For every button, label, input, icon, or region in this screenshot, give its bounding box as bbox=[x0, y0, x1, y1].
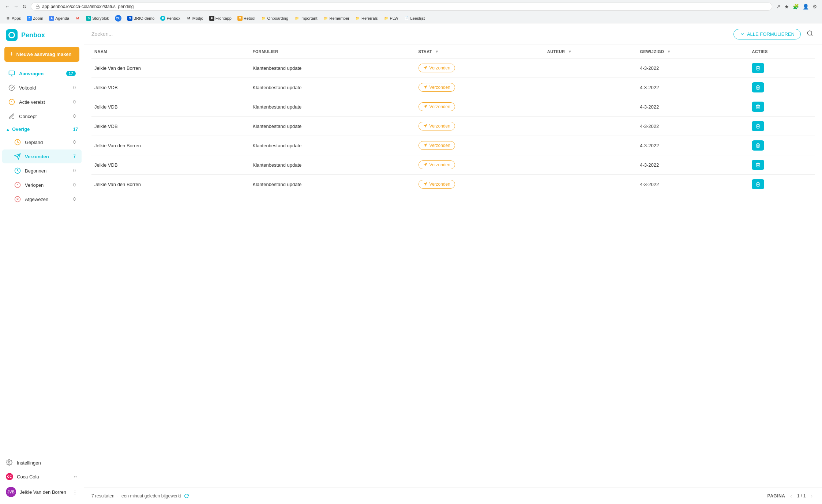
back-button[interactable]: ← bbox=[4, 3, 11, 11]
bookmark-frontapp[interactable]: F Frontapp bbox=[207, 15, 233, 22]
bookmark-agenda[interactable]: A Agenda bbox=[47, 15, 71, 22]
search-input[interactable] bbox=[91, 30, 729, 38]
table-row[interactable]: Jelkie VDB Klantenbestand update Verzond… bbox=[91, 117, 815, 136]
results-info: 7 resultaten · een minuut geleden bijgew… bbox=[91, 493, 189, 499]
status-badge[interactable]: Verzonden bbox=[418, 64, 455, 72]
bookmark-plw[interactable]: 📁 PLW bbox=[382, 15, 400, 22]
afgewezen-count: 0 bbox=[73, 197, 76, 202]
bookmark-penbox[interactable]: P Penbox bbox=[158, 15, 182, 22]
bookmark-storyblok[interactable]: S Storyblok bbox=[84, 15, 111, 22]
address-bar[interactable]: app.penbox.io/coca-cola/inbox?status=pen… bbox=[31, 3, 772, 11]
bookmark-onboarding[interactable]: 📁 Onboarding bbox=[259, 15, 290, 22]
send-icon bbox=[423, 163, 427, 167]
status-badge[interactable]: Verzonden bbox=[418, 160, 455, 169]
sidebar-group-overige[interactable]: ▲ Overige 17 bbox=[0, 124, 84, 135]
table-row[interactable]: Jelkie VDB Klantenbestand update Verzond… bbox=[91, 78, 815, 97]
bookmark-gmail[interactable]: M bbox=[73, 15, 82, 22]
frontapp-icon: F bbox=[209, 16, 214, 21]
action-button[interactable] bbox=[752, 121, 764, 131]
forward-button[interactable]: → bbox=[12, 3, 20, 11]
action-button[interactable] bbox=[752, 102, 764, 112]
sidebar-item-verlopen[interactable]: Verlopen 0 bbox=[2, 178, 82, 192]
afgewezen-icon bbox=[14, 196, 21, 203]
table-row[interactable]: Jelkie Van den Borren Klantenbestand upd… bbox=[91, 136, 815, 155]
bookmark-zoom[interactable]: Z Zoom bbox=[25, 15, 45, 22]
col-formulier[interactable]: FORMULIER bbox=[250, 45, 416, 58]
sidebar-item-gepland[interactable]: Gepland 0 bbox=[2, 135, 82, 149]
settings-chrome-button[interactable]: ⚙ bbox=[811, 3, 818, 11]
search-submit-button[interactable] bbox=[805, 29, 815, 39]
sidebar-item-verzonden[interactable]: Verzonden 7 bbox=[2, 149, 82, 163]
bookmark-leeslijst[interactable]: 📄 Leeslijst bbox=[402, 15, 427, 22]
zoom-icon: Z bbox=[27, 16, 32, 21]
sidebar-item-afgewezen[interactable]: Afgewezen 0 bbox=[2, 192, 82, 206]
sidebar-settings[interactable]: Instellingen bbox=[0, 456, 84, 470]
cell-gewijzigd: 4-3-2022 bbox=[637, 97, 749, 117]
sidebar-item-actie-vereist[interactable]: Actie vereist 0 bbox=[2, 95, 82, 109]
col-auteur[interactable]: AUTEUR ▼ bbox=[544, 45, 637, 58]
action-button[interactable] bbox=[752, 140, 764, 151]
share-button[interactable]: ↗ bbox=[775, 3, 782, 11]
verzonden-icon bbox=[14, 153, 21, 160]
extensions-button[interactable]: 🧩 bbox=[792, 3, 800, 11]
sidebar-item-aanvragen[interactable]: Aanvragen 17 bbox=[2, 67, 82, 80]
new-request-button[interactable]: + Nieuwe aanvraag maken bbox=[4, 47, 79, 62]
sidebar-item-voltooid[interactable]: Voltooid 0 bbox=[2, 81, 82, 95]
send-icon bbox=[423, 85, 427, 90]
reload-button[interactable]: ↻ bbox=[21, 3, 28, 11]
bookmark-cu[interactable]: CU bbox=[113, 14, 123, 22]
col-naam[interactable]: NAAM bbox=[91, 45, 250, 58]
aanvragen-badge: 17 bbox=[66, 71, 76, 76]
bookmark-button[interactable]: ★ bbox=[783, 3, 790, 11]
action-button[interactable] bbox=[752, 63, 764, 73]
overige-count: 17 bbox=[73, 127, 78, 132]
bookmark-modjo-label: Modjo bbox=[192, 16, 203, 20]
table-row[interactable]: Jelkie Van den Borren Klantenbestand upd… bbox=[91, 175, 815, 194]
user-menu-icon: ⋮ bbox=[72, 489, 78, 496]
voltooid-count: 0 bbox=[73, 85, 76, 90]
verlopen-icon bbox=[14, 181, 21, 189]
cell-staat: Verzonden bbox=[416, 78, 544, 97]
bookmark-brio[interactable]: B BRIO demo bbox=[125, 15, 156, 22]
table-row[interactable]: Jelkie Van den Borren Klantenbestand upd… bbox=[91, 58, 815, 78]
all-forms-button[interactable]: ALLE FORMULIEREN bbox=[733, 29, 801, 39]
send-icon bbox=[423, 182, 427, 187]
remember-folder-icon: 📁 bbox=[323, 16, 329, 21]
bookmark-retool[interactable]: R Retool bbox=[236, 15, 257, 22]
action-button[interactable] bbox=[752, 179, 764, 189]
col-gewijzigd[interactable]: GEWIJZIGD ▼ bbox=[637, 45, 749, 58]
brio-icon: B bbox=[127, 16, 132, 21]
status-badge[interactable]: Verzonden bbox=[418, 180, 455, 189]
sidebar-workspace[interactable]: CC Coca Cola ↔ bbox=[0, 470, 84, 484]
sidebar-item-begonnen[interactable]: Begonnen 0 bbox=[2, 164, 82, 178]
bookmark-modjo[interactable]: M Modjo bbox=[184, 15, 205, 22]
bookmark-apps[interactable]: ⊞ Apps bbox=[4, 15, 23, 22]
sidebar-item-concept[interactable]: Concept 0 bbox=[2, 109, 82, 123]
agenda-icon: A bbox=[49, 16, 54, 21]
status-badge[interactable]: Verzonden bbox=[418, 122, 455, 130]
status-badge[interactable]: Verzonden bbox=[418, 141, 455, 150]
profile-button[interactable]: 👤 bbox=[802, 3, 810, 11]
svg-marker-23 bbox=[423, 105, 427, 108]
action-button[interactable] bbox=[752, 82, 764, 92]
table-row[interactable]: Jelkie VDB Klantenbestand update Verzond… bbox=[91, 97, 815, 117]
refresh-icon[interactable] bbox=[184, 493, 189, 499]
bookmark-referrals[interactable]: 📁 Referrals bbox=[353, 15, 380, 22]
svg-line-17 bbox=[811, 34, 812, 35]
page-info: 1 / 1 bbox=[797, 493, 806, 499]
sidebar-user[interactable]: JVB Jelkie Van den Borren ⋮ bbox=[0, 484, 84, 500]
status-badge[interactable]: Verzonden bbox=[418, 102, 455, 111]
bookmark-remember-label: Remember bbox=[330, 16, 349, 20]
next-page-button[interactable]: › bbox=[808, 492, 815, 500]
svg-rect-1 bbox=[9, 71, 15, 75]
bookmark-remember[interactable]: 📁 Remember bbox=[322, 15, 351, 22]
col-staat[interactable]: STAAT ▼ bbox=[416, 45, 544, 58]
action-button[interactable] bbox=[752, 160, 764, 170]
prev-page-button[interactable]: ‹ bbox=[788, 492, 794, 500]
browser-chrome: ← → ↻ app.penbox.io/coca-cola/inbox?stat… bbox=[0, 0, 822, 13]
status-badge[interactable]: Verzonden bbox=[418, 83, 455, 92]
trash-icon bbox=[755, 182, 761, 187]
gewijzigd-sort-icon: ▼ bbox=[667, 49, 671, 54]
bookmark-important[interactable]: 📁 Important bbox=[292, 15, 319, 22]
table-row[interactable]: Jelkie VDB Klantenbestand update Verzond… bbox=[91, 155, 815, 175]
